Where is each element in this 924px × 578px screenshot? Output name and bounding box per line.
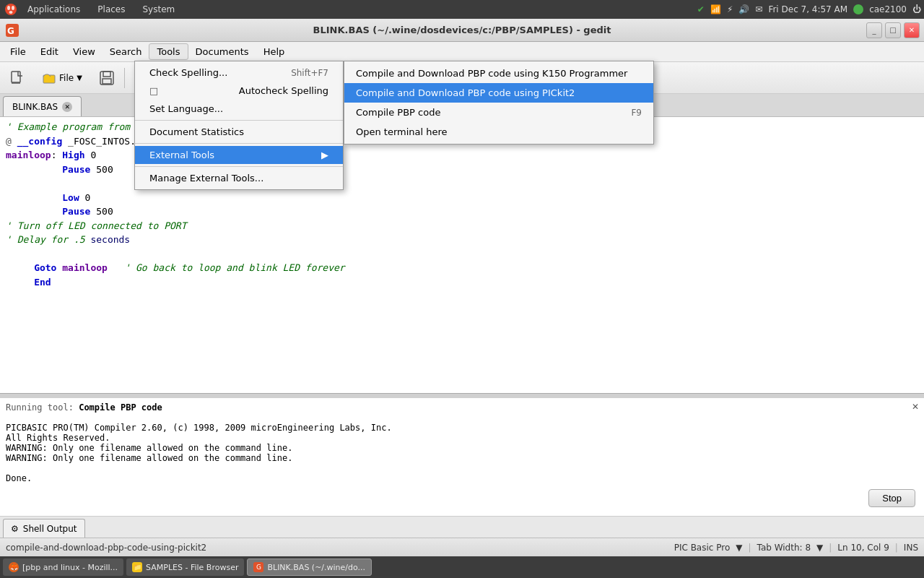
power-icon: ⏻ <box>912 4 921 14</box>
shell-output-tab[interactable]: ⚙ Shell Output <box>3 519 85 538</box>
code-line-11: Goto mainloop ' Go back to loop and blin… <box>6 261 918 275</box>
svg-point-3 <box>9 11 13 14</box>
autocheck-checkbox: □ <box>149 85 161 96</box>
save-button[interactable] <box>94 65 120 91</box>
folder-icon: 📁 <box>132 562 142 572</box>
tab-blink-bas[interactable]: BLINK.BAS ✕ <box>3 96 82 116</box>
open-arrow: ▼ <box>77 74 82 82</box>
system-topbar: Applications Places System ✔ 📶 ⚡ 🔊 ✉ Fri… <box>0 0 924 19</box>
shell-line-done: Done. <box>6 473 918 483</box>
language-dropdown-icon[interactable]: ▼ <box>736 543 742 553</box>
menu-places[interactable]: Places <box>93 3 129 16</box>
taskbar-firefox[interactable]: 🦊 [pbp and linux - Mozill... <box>3 558 123 576</box>
svg-rect-10 <box>103 72 110 77</box>
status-file-path: compile-and-download-pbp-code-using-pick… <box>6 543 668 553</box>
code-line-6: Low 0 <box>6 191 918 205</box>
shell-tab-label: Shell Output <box>23 524 77 534</box>
submenu-pickit2[interactable]: Compile and Download PBP code using PICk… <box>344 83 653 103</box>
taskbar-gedit[interactable]: G BLINK.BAS (~/.wine/do... <box>247 558 372 576</box>
taskbar-filebrowser-label: SAMPLES - File Browser <box>146 563 238 572</box>
close-button[interactable]: ✕ <box>904 22 920 38</box>
check-spelling-label: Check Spelling... <box>149 67 227 78</box>
network-status-icon: ✔ <box>697 4 705 14</box>
minimize-button[interactable]: _ <box>866 22 882 38</box>
datetime: Fri Dec 7, 4:57 AM <box>768 4 847 14</box>
set-language-label: Set Language... <box>149 103 223 114</box>
menu-applications[interactable]: Applications <box>23 3 84 16</box>
shell-line-2: All Rights Reserved. <box>6 433 918 443</box>
window-controls: _ □ ✕ <box>866 22 920 38</box>
language-selector[interactable]: PIC Basic Pro <box>674 543 731 553</box>
taskbar-filebrowser[interactable]: 📁 SAMPLES - File Browser <box>126 558 244 576</box>
shell-area: Running tool: Compile PBP code PICBASIC … <box>0 393 924 538</box>
firefox-icon: 🦊 <box>9 562 19 572</box>
menu-file[interactable]: File <box>3 44 33 59</box>
menu-view[interactable]: View <box>66 44 103 59</box>
compile-pbp-shortcut: F9 <box>631 108 642 118</box>
status-bar: compile-and-download-pbp-code-using-pick… <box>0 538 924 556</box>
shell-content: Running tool: Compile PBP code PICBASIC … <box>0 398 924 516</box>
taskbar-gedit-label: BLINK.BAS (~/.wine/do... <box>267 563 365 572</box>
code-line-12: End <box>6 275 918 290</box>
volume-icon: 🔊 <box>738 4 749 14</box>
app-icon: G <box>6 24 19 37</box>
menu-documents[interactable]: Documents <box>188 44 256 59</box>
pickit2-label: Compile and Download PBP code using PICk… <box>356 87 575 98</box>
menu-autocheck-spelling[interactable]: □ Autocheck Spelling <box>135 82 343 100</box>
svg-text:G: G <box>7 26 14 36</box>
doc-statistics-label: Document Statistics <box>149 126 244 137</box>
shell-line-3: WARNING: Only one filename allowed on th… <box>6 443 918 453</box>
code-line-7: Pause 500 <box>6 204 918 219</box>
status-sep-3: | <box>895 543 898 553</box>
maximize-button[interactable]: □ <box>885 22 901 38</box>
shell-close-button[interactable]: ✕ <box>910 401 921 413</box>
tools-menu: Check Spelling... Shift+F7 □ Autocheck S… <box>134 61 344 190</box>
submenu-compile-pbp[interactable]: Compile PBP code F9 <box>344 103 653 122</box>
check-spelling-shortcut: Shift+F7 <box>291 68 328 78</box>
menu-check-spelling[interactable]: Check Spelling... Shift+F7 <box>135 64 343 82</box>
menu-edit[interactable]: Edit <box>33 44 66 59</box>
shell-tab-bar: ⚙ Shell Output <box>0 516 924 538</box>
status-sep-2: | <box>829 543 832 553</box>
bluetooth-icon: ⚡ <box>727 4 733 14</box>
menu-manage-external-tools[interactable]: Manage External Tools... <box>135 169 343 187</box>
autocheck-label: Autocheck Spelling <box>239 85 328 96</box>
tab-width-selector[interactable]: Tab Width: 8 <box>757 543 811 553</box>
code-line-9: ' Delay for .5 seconds <box>6 233 918 247</box>
email-icon: ✉ <box>755 4 762 14</box>
compile-pbp-label: Compile PBP code <box>356 107 440 118</box>
menu-system[interactable]: System <box>138 3 179 16</box>
window-title: BLINK.BAS (~/.wine/dosdevices/c:/PBP/SAM… <box>313 25 611 35</box>
title-bar: G BLINK.BAS (~/.wine/dosdevices/c:/PBP/S… <box>0 19 924 42</box>
stop-button[interactable]: Stop <box>868 489 915 507</box>
menu-help[interactable]: Help <box>256 44 292 59</box>
shell-output[interactable]: Running tool: Compile PBP code PICBASIC … <box>0 398 924 516</box>
menu-bar: File Edit View Search Tools Documents He… <box>0 42 924 62</box>
shell-line-1: PICBASIC PRO(TM) Compiler 2.60, (c) 1998… <box>6 423 918 433</box>
menu-set-language[interactable]: Set Language... <box>135 100 343 118</box>
tools-menu-sep-1 <box>135 120 343 121</box>
submenu-k150[interactable]: Compile and Download PBP code using K150… <box>344 64 653 83</box>
open-button[interactable]: File ▼ <box>33 65 91 91</box>
gnome-foot-icon[interactable] <box>3 1 19 17</box>
menu-tools[interactable]: Tools <box>149 43 188 60</box>
username: cae2100 <box>869 4 907 14</box>
menu-search[interactable]: Search <box>103 44 149 59</box>
menu-external-tools[interactable]: External Tools ▶ <box>135 146 343 164</box>
menu-doc-statistics[interactable]: Document Statistics <box>135 123 343 141</box>
signal-icon: 📶 <box>710 4 721 14</box>
ins-mode: INS <box>904 543 918 553</box>
tools-menu-sep-3 <box>135 166 343 167</box>
new-button[interactable] <box>4 65 30 91</box>
code-line-8: ' Turn off LED connected to PORT <box>6 219 918 233</box>
submenu-open-terminal[interactable]: Open terminal here <box>344 122 653 142</box>
shell-line-4: WARNING: Only one filename allowed on th… <box>6 453 918 463</box>
gedit-taskbar-icon: G <box>253 562 263 572</box>
tab-width-dropdown-icon[interactable]: ▼ <box>816 543 823 553</box>
code-line-10 <box>6 247 918 262</box>
svg-rect-11 <box>103 79 111 84</box>
external-tools-arrow: ▶ <box>321 150 328 160</box>
shell-tab-icon: ⚙ <box>11 524 19 534</box>
tab-close-button[interactable]: ✕ <box>62 102 72 112</box>
topbar-left: Applications Places System <box>3 1 179 17</box>
